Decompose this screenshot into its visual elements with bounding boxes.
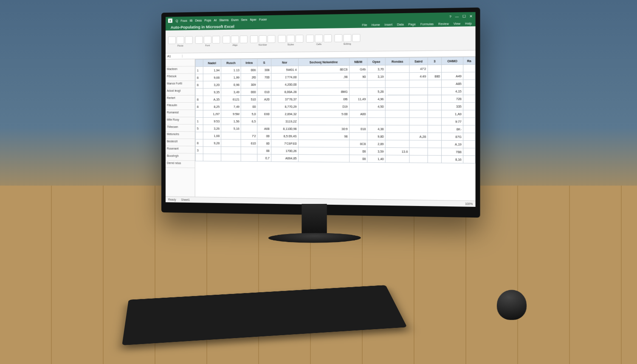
cell[interactable]: 700 <box>257 73 271 81</box>
cell[interactable]: 6121 <box>221 96 241 103</box>
row-label[interactable]: Booshrgh <box>166 153 195 161</box>
ribbon-button[interactable] <box>259 35 266 43</box>
cell[interactable]: 9,68 <box>203 74 221 81</box>
cell[interactable]: 30:9 <box>298 125 349 133</box>
cell[interactable]: 4,15 <box>442 87 463 95</box>
cell[interactable]: 728 <box>442 95 463 103</box>
cell[interactable] <box>367 110 385 118</box>
name-box[interactable]: A1 <box>166 55 183 58</box>
ribbon-button[interactable] <box>212 36 220 43</box>
cell[interactable]: 4,96 <box>367 95 385 103</box>
formula-input[interactable] <box>183 54 476 56</box>
cell[interactable] <box>385 73 409 80</box>
sheet-tab[interactable]: Sheet1 <box>181 198 190 201</box>
cell[interactable] <box>428 65 442 73</box>
cell[interactable] <box>463 118 475 125</box>
quick-tab[interactable]: Serx <box>241 18 248 21</box>
cell[interactable]: 8,00A.28 <box>271 88 298 96</box>
cell[interactable]: 9:53 <box>203 118 221 125</box>
cell[interactable]: A,28 <box>409 133 428 140</box>
cell[interactable] <box>463 141 475 148</box>
cell[interactable] <box>195 132 203 139</box>
cell[interactable] <box>409 95 428 103</box>
cell[interactable]: 010 <box>257 88 271 95</box>
cell[interactable] <box>428 95 442 103</box>
cell[interactable] <box>349 103 367 110</box>
column-header[interactable]: Saird <box>409 57 428 65</box>
cell[interactable]: 0,98 <box>221 81 241 88</box>
cell[interactable]: A00 <box>349 110 367 118</box>
ribbon-button[interactable] <box>352 34 360 42</box>
cell[interactable] <box>241 147 257 154</box>
table-row[interactable]: 53,265,16A688,1100,9830:90184,388K- <box>195 125 475 133</box>
cell[interactable] <box>385 80 409 87</box>
row-label[interactable]: Rosenant <box>166 146 195 153</box>
cell[interactable]: 88 <box>257 147 271 154</box>
data-table[interactable]: NadelRuschInteaSNorSechooj NekwidineNB/M… <box>195 57 476 164</box>
cell[interactable]: 8 <box>195 81 203 88</box>
cell[interactable]: 2f0 <box>241 73 257 81</box>
cell[interactable]: 7'C6P.E0 <box>271 140 298 147</box>
quick-tab[interactable]: Focer <box>259 18 267 21</box>
ribbon-button[interactable] <box>223 36 230 43</box>
cell[interactable]: A064,85 <box>271 154 298 162</box>
cell[interactable]: A49 <box>442 72 463 80</box>
cell[interactable]: 4,38 <box>367 125 385 133</box>
cell[interactable] <box>221 139 241 147</box>
cell[interactable]: 335 <box>442 102 463 110</box>
cell[interactable] <box>463 133 475 141</box>
cell[interactable]: 4:49 <box>409 73 428 80</box>
ribbon-button[interactable] <box>324 34 332 42</box>
zoom-level[interactable]: 100% <box>465 202 473 206</box>
table-row[interactable]: 0,7A064,85081,408,16 <box>195 154 475 163</box>
quick-tab[interactable]: Q <box>176 19 178 22</box>
column-header[interactable]: Rondas <box>385 57 409 65</box>
ribbon-button[interactable] <box>204 36 211 44</box>
cell[interactable]: 08 <box>349 155 367 162</box>
cell[interactable]: 8,25 <box>203 103 221 110</box>
ribbon-button[interactable] <box>315 34 323 42</box>
column-header[interactable]: Nor <box>271 59 298 66</box>
cell[interactable]: 6,5 <box>241 118 257 125</box>
cell[interactable]: 1700,26 <box>271 147 298 155</box>
cell[interactable]: A85 <box>442 80 463 87</box>
cell[interactable]: 8C8 <box>349 140 367 147</box>
cell[interactable]: 610 <box>241 139 257 147</box>
cell[interactable]: A,35 <box>203 96 221 103</box>
cell[interactable]: 37'78,37 <box>271 96 298 103</box>
cell[interactable] <box>385 133 409 140</box>
cell[interactable] <box>428 102 442 110</box>
row-label[interactable]: TMecsen <box>166 124 195 132</box>
column-header[interactable] <box>195 59 203 67</box>
cell[interactable] <box>385 155 409 163</box>
menu-view[interactable]: View <box>454 22 460 25</box>
ribbon-button[interactable] <box>343 34 351 42</box>
cell[interactable]: 1,68 <box>203 132 221 139</box>
menu-home[interactable]: Home <box>372 23 380 26</box>
cell[interactable] <box>409 103 428 110</box>
cell[interactable]: 90 <box>349 73 367 80</box>
cell[interactable]: 1,94 <box>203 66 221 73</box>
cell[interactable]: 47'2 <box>409 65 428 73</box>
cell[interactable] <box>349 88 367 96</box>
cell[interactable] <box>195 88 203 96</box>
row-label[interactable]: Fibesok <box>166 73 195 81</box>
cell[interactable] <box>428 148 442 155</box>
ribbon-button[interactable] <box>306 34 314 42</box>
cell[interactable] <box>385 140 409 148</box>
ribbon-button[interactable] <box>177 36 184 44</box>
cell[interactable] <box>298 140 349 147</box>
cell[interactable] <box>463 65 475 72</box>
cell[interactable] <box>409 140 428 148</box>
cell[interactable] <box>428 155 442 163</box>
quick-tab[interactable]: Fous <box>180 19 187 22</box>
cell[interactable] <box>349 80 367 88</box>
menu-data[interactable]: Data <box>397 23 404 25</box>
cell[interactable]: 00 <box>241 103 257 110</box>
cell[interactable]: 1,56 <box>221 118 241 125</box>
quick-tab[interactable]: Nper <box>250 18 256 21</box>
cell[interactable]: 510 <box>241 96 257 103</box>
cell[interactable]: 3,20 <box>203 81 221 88</box>
cell[interactable]: 8 <box>195 74 203 81</box>
cell[interactable]: 3,59 <box>367 147 385 155</box>
